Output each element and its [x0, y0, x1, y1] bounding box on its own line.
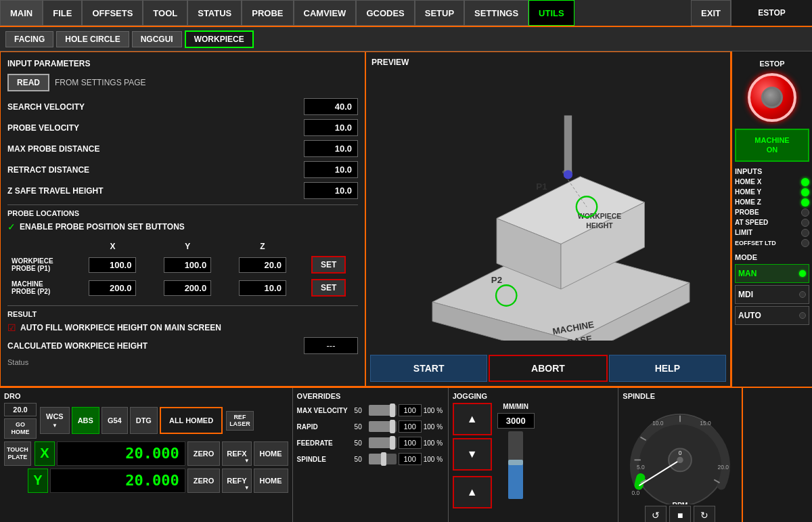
estop-button[interactable] — [748, 73, 796, 122]
probe-velocity-input[interactable] — [304, 119, 358, 136]
sub-facing[interactable]: FACING — [5, 31, 53, 47]
rapid-label: RAPID — [297, 423, 353, 431]
spindle-min: 50 — [355, 456, 367, 463]
limit-label: LIMIT — [735, 229, 752, 236]
p2-set-button[interactable]: SET — [311, 279, 346, 297]
svg-text:RPM: RPM — [673, 502, 688, 504]
nav-camview[interactable]: CAMVIEW — [294, 0, 357, 26]
nav-main[interactable]: MAIN — [0, 0, 43, 26]
result-title: RESULT — [7, 310, 358, 318]
x-axis-value: 20.000 — [57, 441, 185, 466]
ref-laser-button[interactable]: REFLASER — [226, 411, 254, 431]
probe-locations-title: PROBE LOCATIONS — [7, 204, 358, 217]
nav-status[interactable]: STATUS — [187, 0, 242, 26]
y-header: Y — [151, 240, 225, 253]
machine-on-button[interactable]: MACHINEON — [735, 129, 809, 162]
y-axis-label: Y — [28, 469, 48, 493]
dtg-button[interactable]: DTG — [130, 407, 158, 434]
x-zero-button[interactable]: ZERO — [187, 441, 221, 466]
auto-mode-button[interactable]: AUTO — [735, 306, 809, 325]
spindle-pct: 100 % — [424, 456, 444, 463]
z-minus-button[interactable]: ▼ — [453, 438, 492, 471]
search-velocity-input[interactable] — [304, 98, 358, 115]
nav-probe[interactable]: PROBE — [242, 0, 293, 26]
x-refx-button[interactable]: REFX▼ — [222, 441, 251, 466]
p1-z-input[interactable] — [239, 257, 286, 273]
max-vel-value[interactable] — [399, 404, 422, 416]
max-vel-pct: 100 % — [424, 407, 444, 414]
z-safe-travel-input[interactable] — [304, 182, 358, 199]
from-settings-label: FROM SETTINGS PAGE — [55, 78, 145, 87]
nav-settings[interactable]: SETTINGS — [464, 0, 528, 26]
abort-button[interactable]: ABORT — [489, 355, 607, 382]
feedrate-slider[interactable] — [369, 437, 397, 448]
start-button[interactable]: START — [370, 355, 487, 382]
spindle-ccw-button[interactable]: ↺ — [645, 506, 667, 522]
p2-y-input[interactable] — [164, 280, 211, 296]
table-row: WORKPIECE PROBE (P1) SET — [9, 254, 357, 276]
z-header: Z — [226, 240, 300, 253]
p2-x-input[interactable] — [89, 280, 136, 296]
rapid-value[interactable] — [399, 420, 422, 433]
autofill-label: AUTO FILL WORKPIECE HEIGHT ON MAIN SCREE… — [20, 323, 221, 332]
all-homed-button[interactable]: ALL HOMED — [160, 407, 223, 434]
dro-title: DRO — [4, 392, 288, 400]
svg-rect-15 — [564, 115, 572, 173]
svg-text:0.0: 0.0 — [632, 490, 640, 496]
x-header: X — [76, 240, 150, 253]
p1-set-button[interactable]: SET — [311, 256, 346, 274]
nav-gcodes[interactable]: GCODES — [356, 0, 414, 26]
rapid-min: 50 — [355, 423, 367, 431]
y-refy-button[interactable]: REFY▼ — [222, 469, 251, 493]
g54-button[interactable]: G54 — [102, 407, 128, 434]
max-probe-distance-input[interactable] — [304, 140, 358, 157]
spindle-slider[interactable] — [369, 454, 397, 464]
wcs-button[interactable]: WCS▼ — [40, 407, 70, 434]
p2-z-input[interactable] — [239, 280, 286, 296]
preview-svg: MACHINE BASE WORKPIECE HEIGHT — [372, 83, 724, 341]
man-mode-button[interactable]: MAN — [735, 264, 809, 283]
rapid-slider[interactable] — [369, 421, 397, 432]
y-home-button[interactable]: HOME — [254, 469, 288, 493]
nav-offsets[interactable]: OFFSETS — [82, 0, 143, 26]
y-plus-button[interactable]: ▲ — [453, 476, 492, 508]
spindle-override-value[interactable] — [399, 453, 422, 465]
z-value-input[interactable] — [4, 403, 37, 416]
p2-label: MACHINE PROBE (P2) — [9, 277, 74, 299]
z-plus-button[interactable]: ▲ — [453, 403, 492, 435]
y-zero-button[interactable]: ZERO — [187, 469, 221, 493]
nav-setup[interactable]: SETUP — [415, 0, 464, 26]
x-home-button[interactable]: HOME — [254, 441, 288, 466]
home-x-label: HOME X — [735, 178, 761, 186]
max-vel-min: 50 — [355, 407, 367, 414]
status-label: Status — [7, 358, 358, 366]
mode-title: MODE — [735, 253, 809, 261]
feedrate-value[interactable] — [399, 437, 422, 449]
sub-workpiece[interactable]: WORKPIECE — [185, 30, 254, 48]
abs-button[interactable]: ABS — [72, 407, 99, 434]
nav-tool[interactable]: TOOL — [143, 0, 187, 26]
exit-button[interactable]: EXIT — [691, 0, 731, 26]
speed-slider[interactable] — [508, 431, 523, 499]
speed-value-input[interactable] — [497, 413, 535, 429]
nav-utils[interactable]: UTILS — [528, 0, 574, 26]
svg-text:HEIGHT: HEIGHT — [586, 221, 613, 229]
p1-x-input[interactable] — [89, 257, 136, 273]
nav-file[interactable]: FILE — [43, 0, 82, 26]
mdi-mode-button[interactable]: MDI — [735, 285, 809, 304]
svg-point-32 — [677, 457, 683, 463]
go-home-button[interactable]: GOHOME — [4, 418, 37, 439]
max-vel-slider[interactable] — [369, 405, 397, 416]
y-axis-value: 20.000 — [50, 469, 185, 493]
read-button[interactable]: READ — [7, 74, 49, 91]
spindle-cw-button[interactable]: ↻ — [694, 506, 715, 522]
touch-plate-button[interactable]: TOUCHPLATE — [4, 441, 31, 466]
sub-hole-circle[interactable]: HOLE CIRCLE — [56, 31, 129, 47]
retract-distance-input[interactable] — [304, 161, 358, 178]
help-button[interactable]: HELP — [609, 355, 726, 382]
probe-led — [801, 209, 809, 217]
sub-ngcgui[interactable]: NGCGUI — [132, 31, 182, 47]
spindle-stop-button[interactable]: ■ — [669, 506, 691, 522]
rapid-pct: 100 % — [424, 423, 444, 431]
p1-y-input[interactable] — [164, 257, 211, 273]
